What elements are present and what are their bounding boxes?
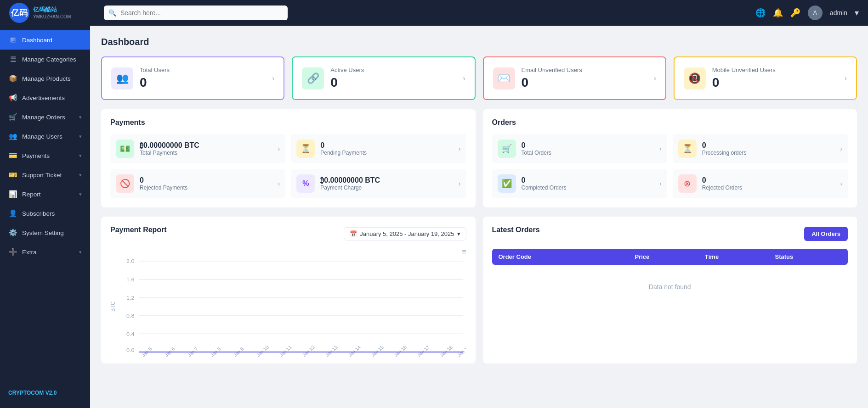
email-unverified-icon: ✉️	[493, 67, 515, 89]
processing-orders-item[interactable]: ⏳ 0 Processing orders ›	[673, 134, 848, 163]
payment-charge-icon: %	[296, 174, 315, 193]
sidebar-item-subscribers[interactable]: 👤 Subscribers	[0, 204, 90, 223]
orders-title: Orders	[492, 118, 848, 127]
logo-icon: 亿码	[9, 3, 29, 23]
rejected-orders-label: Rejected Orders	[702, 184, 835, 191]
svg-text:1.2: 1.2	[126, 295, 134, 300]
total-orders-value: 0	[522, 141, 654, 150]
stat-card-mobile-unverified[interactable]: 📵 Mobile Unverified Users 0 ›	[674, 56, 857, 100]
latest-orders-title: Latest Orders	[492, 226, 540, 234]
sidebar-item-label: Subscribers	[22, 210, 55, 217]
chevron-right-icon: ›	[459, 145, 461, 152]
pending-payments-icon: ⏳	[296, 140, 315, 158]
main-content: Dashboard 👥 Total Users 0 › 🔗 Active Use…	[90, 26, 868, 408]
total-users-value: 0	[140, 75, 266, 90]
page-title: Dashboard	[101, 37, 857, 47]
email-unverified-value: 0	[522, 75, 647, 90]
rejected-payments-label: Rejected Payments	[140, 184, 272, 191]
col-price: Price	[635, 253, 702, 260]
orders-panel: Orders 🛒 0 Total Orders › ⏳ 0	[483, 109, 857, 207]
rejected-payments-icon: 🚫	[116, 174, 134, 193]
caret-icon[interactable]: ▾	[855, 8, 859, 18]
search-input[interactable]	[104, 6, 288, 20]
sidebar-item-manage-products[interactable]: 📦 Manage Products	[0, 69, 90, 88]
payments-panel: Payments 💵 ₿0.00000000 BTC Total Payment…	[101, 109, 476, 207]
table-header: Order Code Price Time Status	[492, 249, 848, 265]
processing-orders-icon: ⏳	[678, 140, 697, 158]
calendar-icon: 📅	[350, 230, 357, 237]
sidebar-item-payments[interactable]: 💳 Payments ▾	[0, 146, 90, 165]
stat-card-email-unverified[interactable]: ✉️ Email Unverified Users 0 ›	[483, 56, 666, 100]
email-unverified-label: Email Unverified Users	[522, 67, 647, 73]
pending-payments-item[interactable]: ⏳ 0 Pending Payments ›	[291, 134, 466, 163]
all-orders-button[interactable]: All Orders	[804, 227, 848, 241]
table-empty-message: Data not found	[492, 265, 848, 309]
orders-grid: 🛒 0 Total Orders › ⏳ 0 Processing orders	[492, 134, 848, 198]
rejected-orders-item[interactable]: ⊗ 0 Rejected Orders ›	[673, 169, 848, 198]
rejected-payments-item[interactable]: 🚫 0 Rejected Payments ›	[110, 169, 285, 198]
payment-charge-label: Payment Charge	[320, 184, 453, 191]
processing-orders-value: 0	[702, 141, 835, 150]
categories-icon: ☰	[8, 55, 17, 63]
payments-icon: 💳	[8, 151, 17, 160]
topnav-right: 🌐 🔔 🔑 A admin ▾	[755, 6, 859, 20]
key-icon[interactable]: 🔑	[790, 8, 800, 18]
date-range-button[interactable]: 📅 January 5, 2025 - January 19, 2025 ▾	[344, 227, 466, 240]
sidebar-item-label: Manage Users	[22, 133, 62, 140]
sidebar-item-manage-users[interactable]: 👥 Manage Users ▾	[0, 127, 90, 146]
stat-card-active-users[interactable]: 🔗 Active Users 0 ›	[292, 56, 475, 100]
completed-orders-item[interactable]: ✅ 0 Completed Orders ›	[492, 169, 667, 198]
latest-orders-panel: Latest Orders All Orders Order Code Pric…	[483, 217, 857, 363]
bell-icon[interactable]: 🔔	[773, 8, 783, 18]
processing-orders-label: Processing orders	[702, 150, 835, 156]
admin-name: admin	[830, 9, 847, 17]
sidebar-item-label: Dashboard	[22, 37, 52, 44]
sidebar-item-label: Report	[22, 191, 41, 198]
total-payments-label: Total Payments	[140, 150, 272, 156]
mobile-unverified-value: 0	[712, 75, 838, 90]
chevron-down-icon: ▾	[79, 134, 82, 140]
active-users-icon: 🔗	[302, 67, 324, 89]
sidebar-item-advertisements[interactable]: 📢 Advertisements	[0, 88, 90, 107]
col-time: Time	[705, 253, 772, 260]
chevron-right-icon: ›	[840, 145, 842, 152]
globe-icon[interactable]: 🌐	[755, 8, 766, 18]
chevron-right-icon: ›	[272, 74, 274, 83]
sidebar-item-label: Manage Categories	[22, 56, 76, 63]
total-users-icon: 👥	[111, 67, 133, 89]
chart-header: Payment Report 📅 January 5, 2025 - Janua…	[110, 226, 466, 241]
sidebar-item-system-setting[interactable]: ⚙️ System Setting	[0, 223, 90, 242]
completed-orders-label: Completed Orders	[522, 184, 654, 191]
version-label: CRYPTOCOM V2.0	[0, 382, 90, 403]
total-payments-icon: 💵	[116, 140, 134, 158]
sidebar-item-support-ticket[interactable]: 🎫 Support Ticket ▾	[0, 165, 90, 184]
col-order-code: Order Code	[499, 253, 631, 260]
svg-text:Jan 11: Jan 11	[278, 344, 293, 357]
payment-charge-item[interactable]: % ₿0.00000000 BTC Payment Charge ›	[291, 169, 466, 198]
chart-title: Payment Report	[110, 226, 167, 234]
rejected-orders-icon: ⊗	[678, 174, 697, 193]
settings-icon: ⚙️	[8, 229, 17, 237]
payment-charge-value: ₿0.00000000 BTC	[320, 176, 453, 184]
svg-text:Jan 17: Jan 17	[416, 344, 431, 357]
sidebar-item-dashboard[interactable]: ⊞ Dashboard	[0, 30, 90, 50]
sidebar-item-manage-orders[interactable]: 🛒 Manage Orders ▾	[0, 107, 90, 127]
rejected-orders-value: 0	[702, 176, 835, 184]
stat-card-total-users[interactable]: 👥 Total Users 0 ›	[101, 56, 284, 100]
bottom-section: Payments 💵 ₿0.00000000 BTC Total Payment…	[101, 109, 857, 207]
mobile-unverified-icon: 📵	[684, 67, 706, 89]
total-orders-icon: 🛒	[498, 140, 516, 158]
total-payments-item[interactable]: 💵 ₿0.00000000 BTC Total Payments ›	[110, 134, 285, 163]
chart-area: 2.0 1.6 1.2 0.8 0.4 0.0 BTC	[110, 246, 466, 347]
sidebar-item-report[interactable]: 📊 Report ▾	[0, 184, 90, 204]
chart-svg: 2.0 1.6 1.2 0.8 0.4 0.0 BTC	[110, 256, 466, 357]
chevron-down-icon: ▾	[79, 153, 82, 159]
sidebar-item-manage-categories[interactable]: ☰ Manage Categories	[0, 50, 90, 69]
chevron-right-icon: ›	[659, 145, 662, 152]
total-orders-item[interactable]: 🛒 0 Total Orders ›	[492, 134, 667, 163]
orders-header: Latest Orders All Orders	[492, 226, 848, 241]
sidebar-item-extra[interactable]: ➕ Extra ▾	[0, 242, 90, 262]
dashboard-icon: ⊞	[8, 36, 17, 44]
svg-text:Jan 13: Jan 13	[324, 344, 339, 357]
completed-orders-value: 0	[522, 176, 654, 184]
